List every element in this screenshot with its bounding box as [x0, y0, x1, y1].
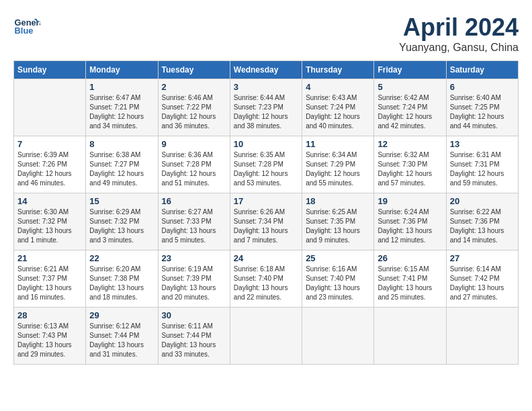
day-info: Sunrise: 6:20 AM Sunset: 7:38 PM Dayligh…: [89, 265, 154, 302]
calendar-table: SundayMondayTuesdayWednesdayThursdayFrid…: [13, 60, 519, 365]
day-number: 26: [378, 253, 442, 263]
calendar-cell: 21Sunrise: 6:21 AM Sunset: 7:37 PM Dayli…: [14, 250, 86, 308]
day-info: Sunrise: 6:29 AM Sunset: 7:32 PM Dayligh…: [89, 208, 154, 245]
day-info: Sunrise: 6:15 AM Sunset: 7:41 PM Dayligh…: [378, 265, 442, 302]
day-info: Sunrise: 6:24 AM Sunset: 7:36 PM Dayligh…: [378, 208, 442, 245]
day-number: 14: [17, 196, 82, 206]
title-block: April 2024 Yuanyang, Gansu, China: [399, 13, 519, 54]
calendar-cell: 28Sunrise: 6:13 AM Sunset: 7:43 PM Dayli…: [14, 308, 86, 365]
day-number: 23: [162, 253, 226, 263]
calendar-cell: 10Sunrise: 6:35 AM Sunset: 7:28 PM Dayli…: [230, 136, 302, 193]
day-info: Sunrise: 6:36 AM Sunset: 7:28 PM Dayligh…: [162, 150, 226, 188]
day-info: Sunrise: 6:43 AM Sunset: 7:24 PM Dayligh…: [306, 93, 370, 131]
day-info: Sunrise: 6:32 AM Sunset: 7:30 PM Dayligh…: [378, 150, 442, 188]
calendar-cell: 22Sunrise: 6:20 AM Sunset: 7:38 PM Dayli…: [86, 250, 158, 308]
day-number: 15: [89, 196, 154, 206]
weekday-header-friday: Friday: [374, 61, 446, 79]
day-number: 4: [306, 82, 370, 92]
calendar-cell: 29Sunrise: 6:12 AM Sunset: 7:44 PM Dayli…: [86, 308, 158, 365]
day-info: Sunrise: 6:22 AM Sunset: 7:36 PM Dayligh…: [450, 208, 515, 245]
week-row-4: 21Sunrise: 6:21 AM Sunset: 7:37 PM Dayli…: [14, 250, 519, 308]
weekday-header-sunday: Sunday: [14, 61, 86, 79]
calendar-cell: 18Sunrise: 6:25 AM Sunset: 7:35 PM Dayli…: [302, 193, 374, 250]
day-info: Sunrise: 6:12 AM Sunset: 7:44 PM Dayligh…: [89, 322, 154, 359]
calendar-cell: 20Sunrise: 6:22 AM Sunset: 7:36 PM Dayli…: [446, 193, 518, 250]
calendar-cell: [302, 308, 374, 365]
day-number: 20: [450, 196, 515, 206]
day-info: Sunrise: 6:31 AM Sunset: 7:31 PM Dayligh…: [450, 150, 515, 188]
calendar-cell: 1Sunrise: 6:47 AM Sunset: 7:21 PM Daylig…: [86, 79, 158, 136]
day-number: 18: [306, 196, 370, 206]
day-number: 19: [378, 196, 442, 206]
day-info: Sunrise: 6:42 AM Sunset: 7:24 PM Dayligh…: [378, 93, 442, 131]
calendar-cell: 2Sunrise: 6:46 AM Sunset: 7:22 PM Daylig…: [158, 79, 230, 136]
day-number: 27: [450, 253, 515, 263]
day-number: 12: [378, 139, 442, 149]
weekday-header-tuesday: Tuesday: [158, 61, 230, 79]
day-info: Sunrise: 6:25 AM Sunset: 7:35 PM Dayligh…: [306, 208, 370, 245]
logo-icon: General Blue: [13, 13, 40, 40]
week-row-2: 7Sunrise: 6:39 AM Sunset: 7:26 PM Daylig…: [14, 136, 519, 193]
day-number: 25: [306, 253, 370, 263]
day-number: 16: [162, 196, 226, 206]
day-number: 29: [89, 310, 154, 320]
day-number: 1: [89, 82, 154, 92]
calendar-cell: 19Sunrise: 6:24 AM Sunset: 7:36 PM Dayli…: [374, 193, 446, 250]
day-number: 6: [450, 82, 515, 92]
day-info: Sunrise: 6:18 AM Sunset: 7:40 PM Dayligh…: [234, 265, 298, 302]
day-number: 30: [162, 310, 226, 320]
day-number: 9: [162, 139, 226, 149]
day-number: 5: [378, 82, 442, 92]
calendar-cell: 12Sunrise: 6:32 AM Sunset: 7:30 PM Dayli…: [374, 136, 446, 193]
day-number: 28: [17, 310, 82, 320]
logo: General Blue General Blue: [13, 13, 40, 40]
calendar-cell: 17Sunrise: 6:26 AM Sunset: 7:34 PM Dayli…: [230, 193, 302, 250]
day-number: 11: [306, 139, 370, 149]
calendar-cell: 9Sunrise: 6:36 AM Sunset: 7:28 PM Daylig…: [158, 136, 230, 193]
calendar-cell: 11Sunrise: 6:34 AM Sunset: 7:29 PM Dayli…: [302, 136, 374, 193]
day-info: Sunrise: 6:14 AM Sunset: 7:42 PM Dayligh…: [450, 265, 515, 302]
svg-text:Blue: Blue: [15, 26, 34, 36]
calendar-cell: 6Sunrise: 6:40 AM Sunset: 7:25 PM Daylig…: [446, 79, 518, 136]
weekday-header-wednesday: Wednesday: [230, 61, 302, 79]
calendar-cell: 16Sunrise: 6:27 AM Sunset: 7:33 PM Dayli…: [158, 193, 230, 250]
day-info: Sunrise: 6:11 AM Sunset: 7:44 PM Dayligh…: [162, 322, 226, 359]
day-info: Sunrise: 6:38 AM Sunset: 7:27 PM Dayligh…: [89, 150, 154, 188]
day-info: Sunrise: 6:40 AM Sunset: 7:25 PM Dayligh…: [450, 93, 515, 131]
weekday-header-monday: Monday: [86, 61, 158, 79]
day-info: Sunrise: 6:27 AM Sunset: 7:33 PM Dayligh…: [162, 208, 226, 245]
calendar-cell: [446, 308, 518, 365]
page-header: General Blue General Blue April 2024 Yua…: [13, 13, 519, 54]
weekday-header-row: SundayMondayTuesdayWednesdayThursdayFrid…: [14, 61, 519, 79]
day-info: Sunrise: 6:46 AM Sunset: 7:22 PM Dayligh…: [162, 93, 226, 131]
calendar-cell: 27Sunrise: 6:14 AM Sunset: 7:42 PM Dayli…: [446, 250, 518, 308]
calendar-cell: [230, 308, 302, 365]
day-number: 17: [234, 196, 298, 206]
day-info: Sunrise: 6:16 AM Sunset: 7:40 PM Dayligh…: [306, 265, 370, 302]
day-info: Sunrise: 6:39 AM Sunset: 7:26 PM Dayligh…: [17, 150, 82, 188]
calendar-cell: 13Sunrise: 6:31 AM Sunset: 7:31 PM Dayli…: [446, 136, 518, 193]
day-number: 3: [234, 82, 298, 92]
day-info: Sunrise: 6:44 AM Sunset: 7:23 PM Dayligh…: [234, 93, 298, 131]
calendar-cell: 8Sunrise: 6:38 AM Sunset: 7:27 PM Daylig…: [86, 136, 158, 193]
week-row-1: 1Sunrise: 6:47 AM Sunset: 7:21 PM Daylig…: [14, 79, 519, 136]
calendar-cell: 26Sunrise: 6:15 AM Sunset: 7:41 PM Dayli…: [374, 250, 446, 308]
calendar-cell: 4Sunrise: 6:43 AM Sunset: 7:24 PM Daylig…: [302, 79, 374, 136]
calendar-cell: 25Sunrise: 6:16 AM Sunset: 7:40 PM Dayli…: [302, 250, 374, 308]
day-info: Sunrise: 6:30 AM Sunset: 7:32 PM Dayligh…: [17, 208, 82, 245]
month-title: April 2024: [399, 13, 519, 42]
week-row-5: 28Sunrise: 6:13 AM Sunset: 7:43 PM Dayli…: [14, 308, 519, 365]
calendar-cell: 30Sunrise: 6:11 AM Sunset: 7:44 PM Dayli…: [158, 308, 230, 365]
weekday-header-saturday: Saturday: [446, 61, 518, 79]
calendar-cell: 23Sunrise: 6:19 AM Sunset: 7:39 PM Dayli…: [158, 250, 230, 308]
day-number: 8: [89, 139, 154, 149]
day-number: 24: [234, 253, 298, 263]
day-info: Sunrise: 6:26 AM Sunset: 7:34 PM Dayligh…: [234, 208, 298, 245]
calendar-cell: 3Sunrise: 6:44 AM Sunset: 7:23 PM Daylig…: [230, 79, 302, 136]
calendar-cell: [14, 79, 86, 136]
location-subtitle: Yuanyang, Gansu, China: [399, 42, 519, 54]
calendar-cell: 7Sunrise: 6:39 AM Sunset: 7:26 PM Daylig…: [14, 136, 86, 193]
day-number: 22: [89, 253, 154, 263]
calendar-cell: 14Sunrise: 6:30 AM Sunset: 7:32 PM Dayli…: [14, 193, 86, 250]
day-info: Sunrise: 6:13 AM Sunset: 7:43 PM Dayligh…: [17, 322, 82, 359]
